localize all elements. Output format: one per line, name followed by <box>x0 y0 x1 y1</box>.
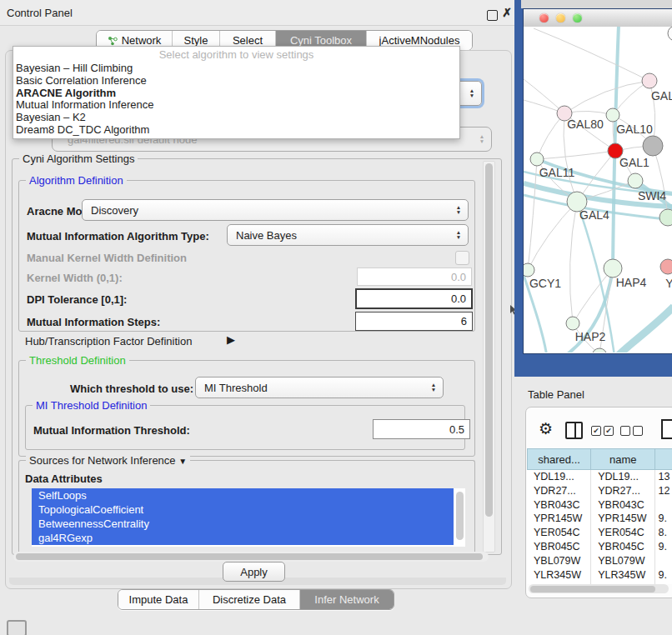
sources-title: Sources for Network Inference ▼ <box>26 454 190 468</box>
table-cell[interactable]: YPR145W <box>591 512 655 526</box>
table-cell[interactable] <box>655 498 672 512</box>
tab-impute-data[interactable]: Impute Data <box>118 590 198 609</box>
attributes-scrollbar-thumb[interactable] <box>456 492 464 540</box>
table-row[interactable]: YBR043CYBR043C <box>527 498 672 512</box>
network-canvas[interactable]: GALGAL80GAL10GAL1GAL11SWI4GAL4GCY1HAP4YH… <box>524 27 672 352</box>
settings-hscrollbar[interactable] <box>13 552 489 562</box>
network-node[interactable] <box>592 348 607 352</box>
mi-threshold-input[interactable]: 0.5 <box>373 419 470 439</box>
network-node[interactable] <box>659 209 672 226</box>
table-cell[interactable]: YLR345W <box>591 568 655 582</box>
network-node[interactable] <box>524 263 534 277</box>
control-panel-titlebar: Control Panel ✗ <box>0 0 517 26</box>
which-threshold-select[interactable]: MI Threshold ▲▼ <box>195 377 444 398</box>
algorithm-option-selected[interactable]: ARACNE Algorithm <box>13 88 459 100</box>
table-cell[interactable]: YBR045C <box>527 540 591 554</box>
attribute-item[interactable]: TopologicalCoefficient <box>32 502 454 517</box>
table-row[interactable]: YBL079WYBL079W <box>527 554 672 568</box>
attributes-scrollbar[interactable] <box>455 490 464 545</box>
network-node[interactable] <box>530 152 544 166</box>
network-node[interactable] <box>642 73 657 88</box>
mi-steps-input[interactable]: 6 <box>355 312 473 331</box>
hub-section-label[interactable]: Hub/Transcription Factor Definition <box>25 335 192 348</box>
collapse-arrow-icon[interactable]: ▼ <box>178 457 187 466</box>
apply-button[interactable]: Apply <box>223 562 285 582</box>
table-cell[interactable]: YBR043C <box>527 498 591 512</box>
network-node[interactable] <box>660 259 672 274</box>
table-cell[interactable]: 12 <box>655 484 672 498</box>
kernel-width-input[interactable]: 0.0 <box>357 268 472 286</box>
minimize-traffic-icon[interactable] <box>556 13 565 22</box>
table-row[interactable]: YPR145WYPR145W9. <box>527 512 672 526</box>
algorithm-option[interactable]: Mutual Information Inference <box>13 99 459 112</box>
column-header[interactable] <box>655 448 672 470</box>
algorithm-option[interactable]: Dream8 DC_TDC Algorithm <box>13 124 459 137</box>
network-node[interactable] <box>628 173 643 188</box>
mi-type-select[interactable]: Naive Bayes ▲▼ <box>227 224 469 246</box>
manual-kernel-checkbox[interactable] <box>455 251 469 265</box>
hide-columns-icon[interactable] <box>620 426 643 436</box>
settings-hscrollbar-thumb[interactable] <box>16 553 483 560</box>
table-hscrollbar-thumb[interactable] <box>530 586 655 592</box>
column-header[interactable]: name <box>591 448 655 470</box>
settings-scrollbar[interactable] <box>483 161 495 552</box>
data-attributes-list[interactable]: SelfLoops TopologicalCoefficient Between… <box>32 488 465 547</box>
columns-icon[interactable] <box>565 422 583 439</box>
docked-panel-icon[interactable] <box>7 620 27 635</box>
table-cell[interactable]: 9. <box>655 540 672 554</box>
table-cell[interactable]: YBR043C <box>591 498 655 512</box>
table-cell[interactable]: 8. <box>655 526 672 540</box>
table-cell[interactable]: YDL19... <box>591 470 655 484</box>
algorithm-option[interactable]: Basic Correlation Inference <box>13 75 459 88</box>
table-cell[interactable]: YDL19... <box>527 470 591 484</box>
table-row[interactable]: YBR045CYBR045C9. <box>527 540 672 554</box>
tab-label: Cyni Toolbox <box>290 34 352 47</box>
gear-icon[interactable]: ⚙ <box>539 419 553 438</box>
table-cell[interactable]: 13 <box>655 470 672 484</box>
table-cell[interactable]: YER054C <box>591 526 655 540</box>
network-node[interactable] <box>606 108 619 122</box>
table-hscrollbar[interactable] <box>529 584 669 593</box>
tab-infer-network[interactable]: Infer Network <box>299 590 394 609</box>
attribute-item[interactable]: gal4RGexp <box>32 531 454 545</box>
expand-arrow-icon[interactable]: ▶ <box>227 333 235 346</box>
network-node[interactable] <box>566 317 579 330</box>
table-cell[interactable]: YBL079W <box>591 554 655 568</box>
table-cell[interactable]: YER054C <box>527 526 591 540</box>
attribute-item[interactable]: SelfLoops <box>32 488 454 502</box>
close-icon[interactable]: ✗ <box>502 8 512 18</box>
table-cell[interactable] <box>655 554 672 568</box>
network-node[interactable] <box>643 136 663 156</box>
settings-scrollbar-thumb[interactable] <box>485 163 493 517</box>
network-node[interactable] <box>604 259 622 278</box>
aracne-mode-select[interactable]: Discovery ▲▼ <box>82 199 469 221</box>
table-cell[interactable]: YPR145W <box>527 512 591 526</box>
table-cell[interactable]: YDR27... <box>527 484 591 498</box>
table-row[interactable]: YER054CYER054C8. <box>527 526 672 540</box>
network-node-label: GAL1 <box>619 156 649 169</box>
table-cell[interactable]: 9. <box>655 568 672 582</box>
network-node[interactable] <box>668 27 672 41</box>
tab-discretize-data[interactable]: Discretize Data <box>198 590 299 609</box>
table-cell[interactable]: YLR345W <box>527 568 591 582</box>
table-cell[interactable]: YDR27... <box>591 484 655 498</box>
attribute-item[interactable]: BetweennessCentrality <box>32 517 454 531</box>
table-cell[interactable]: YBR045C <box>591 540 655 554</box>
algorithm-option[interactable]: Bayesian – Hill Climbing <box>13 62 459 75</box>
table-row[interactable]: YLR345WYLR345W9. <box>527 568 672 582</box>
zoom-traffic-icon[interactable] <box>573 13 582 22</box>
table-cell[interactable]: YBL079W <box>527 554 591 568</box>
algorithm-option[interactable]: Bayesian – K2 <box>13 112 459 124</box>
table-row[interactable]: YDL19...YDL19...13 <box>527 470 672 484</box>
table-cell[interactable]: 9. <box>655 512 672 526</box>
dpi-tolerance-input[interactable]: 0.0 <box>355 288 473 309</box>
table-row[interactable]: YDR27...YDR27...12 <box>527 484 672 498</box>
close-traffic-icon[interactable] <box>539 13 549 22</box>
float-panel-icon[interactable] <box>487 10 498 21</box>
algorithm-dropdown-popup: Select algorithm to view settings Bayesi… <box>13 46 460 139</box>
settings-group-title: Cyni Algorithm Settings <box>19 152 138 165</box>
column-header[interactable]: shared... <box>527 448 591 470</box>
network-window-titlebar[interactable] <box>524 9 672 28</box>
export-table-icon[interactable] <box>661 419 672 439</box>
show-columns-icon[interactable]: ✔✔ <box>591 426 614 436</box>
